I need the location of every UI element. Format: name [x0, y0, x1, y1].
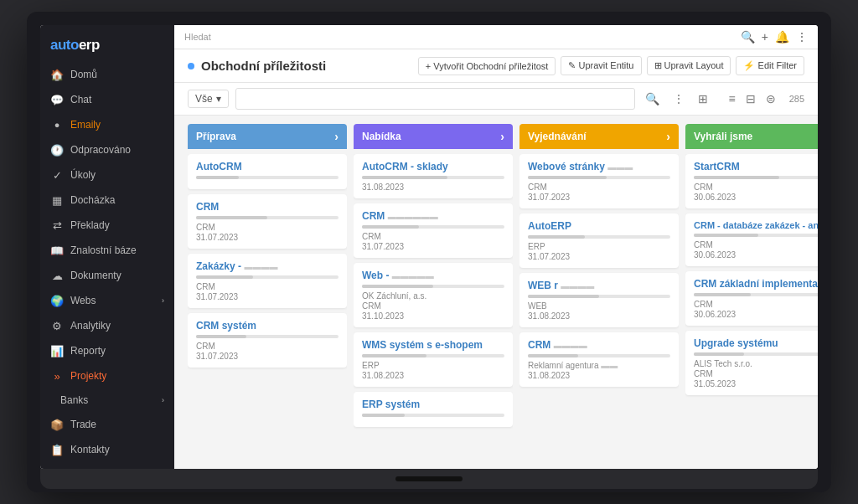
filter-select[interactable]: Vše ▾	[188, 90, 229, 108]
card-meta: 31.08.2023	[362, 183, 504, 192]
edit-layout-button[interactable]: ⊞ Upravit Layout	[647, 56, 731, 75]
card-bar	[196, 176, 339, 179]
col-title-priprava: Příprava	[196, 131, 236, 142]
sidebar-item-label: Dokumenty	[70, 270, 121, 281]
col-arrow-nabidka: ›	[500, 130, 504, 143]
sidebar-item-registrace1[interactable]: ≡ Registrace na we...	[40, 462, 174, 469]
col-arrow-vyjednavani: ›	[666, 130, 670, 143]
sidebar-item-chat[interactable]: 💬 Chat	[40, 87, 174, 112]
sidebar-item-label: Chat	[70, 94, 91, 105]
sidebar-item-reporty[interactable]: 📊 Reporty	[40, 338, 174, 363]
kanban-cards-vyjednavani: Webové stránky ▬▬▬ CRM 31.07.2023 AutoER…	[519, 154, 679, 460]
sidebar-item-trade[interactable]: 📦 Trade	[40, 412, 174, 437]
home-icon: 🏠	[50, 68, 64, 81]
search-icon[interactable]: 🔍	[741, 30, 755, 44]
kanban-cards-vyhralisme: StartCRM CRM 30.06.2023 CRM - databáze z…	[685, 154, 818, 460]
card-meta: WEB 31.08.2023	[528, 301, 670, 321]
sidebar-item-odpracovano[interactable]: 🕐 Odpracováno	[40, 137, 174, 162]
card-webove-stranky[interactable]: Webové stránky ▬▬▬ CRM 31.07.2023	[519, 154, 679, 208]
page-title: Obchodní příležitosti	[201, 59, 411, 73]
filter-chevron: ▾	[216, 93, 221, 105]
card-upgrade[interactable]: Upgrade systému ALIS Tech s.r.o. CRM 31.…	[685, 331, 818, 395]
card-zakazky[interactable]: Zakázky - ▬▬▬▬ CRM 31.07.2023	[188, 254, 347, 308]
card-wms[interactable]: WMS systém s e-shopem ERP 31.08.2023	[354, 332, 513, 387]
plus-icon[interactable]: +	[762, 30, 768, 44]
card-meta: CRM 31.07.2023	[362, 232, 504, 251]
banks-arrow: ›	[162, 396, 164, 404]
card-web-r[interactable]: WEB r ▬▬▬▬ WEB 31.08.2023	[519, 273, 679, 327]
card-bar	[196, 335, 339, 338]
card-crm-reklamni[interactable]: CRM ▬▬▬▬ Reklamní agentura ▬▬ 31.08.2023	[519, 332, 679, 387]
card-erp-system[interactable]: ERP systém	[354, 392, 513, 427]
toolbar-more-icon[interactable]: ⋮	[669, 90, 688, 107]
sidebar-nav: 🏠 Domů 💬 Chat ● Emaily 🕐 Odpracováno	[40, 62, 174, 469]
sidebar-item-preklady[interactable]: ⇄ Překlady	[40, 213, 174, 238]
card-autoerp[interactable]: AutoERP ERP 31.07.2023	[519, 213, 679, 268]
logo-erp: erp	[79, 37, 100, 53]
card-crm-1[interactable]: CRM CRM 31.07.2023	[188, 194, 347, 249]
kanban-cards-priprava: AutoCRM CRM CRM 31.07.2023	[188, 154, 347, 460]
card-title: Upgrade systému	[694, 337, 818, 349]
sidebar-item-kontakty[interactable]: 📋 Kontakty	[40, 437, 174, 462]
sidebar-item-label: Překlady	[70, 219, 110, 231]
filter-view-icon[interactable]: ⊜	[762, 90, 779, 107]
kanban-col-nabidka: Nabídka › AutoCRM - sklady 31.08.2023	[354, 124, 513, 460]
sidebar-item-analytiky[interactable]: ⚙ Analytiky	[40, 313, 174, 338]
sidebar-item-label: Domů	[70, 69, 97, 80]
card-crm-system[interactable]: CRM systém CRM 31.07.2023	[188, 313, 347, 368]
card-web-nabidka[interactable]: Web - ▬▬▬▬▬ OK Záchluní, a.s. CRM 31.10.…	[354, 263, 513, 327]
toolbar-grid-icon[interactable]: ⊞	[695, 90, 711, 107]
bell-icon[interactable]: 🔔	[775, 30, 789, 44]
card-bar	[528, 176, 670, 179]
topbar-search-label: Hledat	[184, 32, 211, 42]
card-autocrm[interactable]: AutoCRM	[188, 154, 347, 189]
card-bar	[362, 176, 504, 179]
col-header-vyjednavani: Vyjednávání ›	[519, 124, 679, 149]
sidebar-item-dochazka[interactable]: ▦ Docházka	[40, 188, 174, 213]
card-title: CRM ▬▬▬▬▬▬	[362, 210, 504, 222]
globe-icon: 🌍	[50, 294, 64, 307]
list-view-icon[interactable]: ≡	[725, 90, 738, 107]
sidebar-item-ukoly[interactable]: ✓ Úkoly	[40, 162, 174, 188]
edit-entity-button[interactable]: ✎ Upravit Entitu	[561, 56, 641, 75]
card-title: CRM základní implementace	[694, 278, 818, 290]
card-crm-databaze[interactable]: CRM - databáze zakázek - analýz CRM 30.0…	[685, 213, 818, 266]
edit-filter-button[interactable]: ⚡ Edit Filter	[736, 56, 804, 75]
sidebar-item-znalostni[interactable]: 📖 Znalostní báze	[40, 238, 174, 263]
card-bar	[694, 234, 818, 237]
sidebar-item-label: Znalostní báze	[70, 244, 137, 256]
webs-arrow: ›	[162, 296, 164, 305]
contacts-icon: 📋	[50, 443, 64, 456]
card-title: AutoCRM - sklady	[362, 161, 504, 172]
search-input[interactable]	[235, 88, 636, 110]
card-meta: ALIS Tech s.r.o. CRM 31.05.2023	[694, 359, 818, 388]
more-icon[interactable]: ⋮	[796, 30, 808, 44]
card-startcrm[interactable]: StartCRM CRM 30.06.2023	[685, 154, 818, 208]
sidebar-item-banks[interactable]: Banks ›	[40, 388, 174, 412]
card-autocrm-sklady[interactable]: AutoCRM - sklady 31.08.2023	[354, 154, 513, 198]
book-icon: 📖	[50, 244, 64, 257]
sidebar-item-emails[interactable]: ● Emaily	[40, 112, 174, 137]
card-meta: CRM 30.06.2023	[694, 183, 818, 202]
sidebar-item-label: Odpracováno	[70, 144, 131, 156]
create-button[interactable]: + Vytvořit Obchodní příležitost	[418, 57, 556, 75]
sidebar-item-home[interactable]: 🏠 Domů	[40, 62, 174, 87]
title-dot	[188, 63, 194, 69]
card-crm-nabidka[interactable]: CRM ▬▬▬▬▬▬ CRM 31.07.2023	[354, 203, 513, 258]
sidebar-item-projekty[interactable]: » Projekty	[40, 363, 174, 388]
card-meta: OK Záchluní, a.s. CRM 31.10.2023	[362, 291, 504, 321]
kanban-view-icon[interactable]: ⊟	[742, 90, 759, 107]
kanban-col-vyhralisme: Vyhráli jsme › StartCRM CRM 30.06.2023	[685, 124, 818, 460]
kanban-col-priprava: Příprava › AutoCRM CRM	[188, 124, 347, 460]
card-bar	[528, 295, 670, 298]
sidebar-item-label: Banks	[60, 394, 88, 406]
topbar: Hledat 🔍 + 🔔 ⋮	[174, 25, 818, 49]
kanban-board: Příprava › AutoCRM CRM	[174, 116, 818, 469]
sidebar: autoerp 🏠 Domů 💬 Chat ● Emaily 🕐	[40, 25, 174, 469]
sidebar-item-dokumenty[interactable]: ☁ Dokumenty	[40, 263, 174, 288]
card-crm-zakladni[interactable]: CRM základní implementace CRM 30.06.2023	[685, 271, 818, 326]
clock-icon: 🕐	[50, 143, 64, 157]
card-bar	[362, 414, 504, 417]
sidebar-item-webs[interactable]: 🌍 Webs ›	[40, 288, 174, 313]
toolbar-search-icon[interactable]: 🔍	[642, 90, 663, 107]
